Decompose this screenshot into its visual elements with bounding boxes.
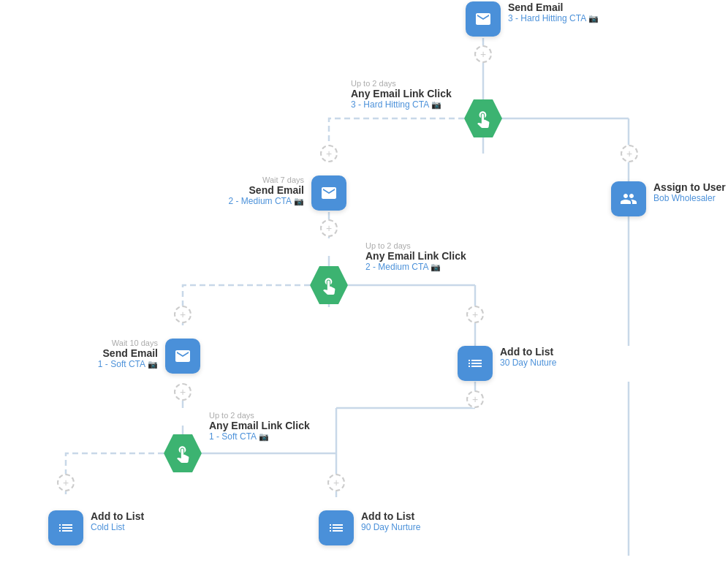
list-icon-2 xyxy=(57,519,75,537)
add-to-list-2-icon-box xyxy=(48,510,83,545)
add-to-list-3-icon-box xyxy=(319,510,354,545)
assign-user-icon xyxy=(620,190,637,208)
plus-connector-7[interactable]: + xyxy=(466,390,484,408)
add-to-list-3-label: Add to List 90 Day Nurture xyxy=(361,510,420,532)
email-icon xyxy=(474,10,492,28)
click-3-label: Up to 2 days Any Email Link Click 1 - So… xyxy=(209,411,310,442)
hand-click-icon-1 xyxy=(474,109,493,128)
add-to-list-2-label: Add to List Cold List xyxy=(91,510,144,532)
email-icon-2 xyxy=(320,184,338,202)
camera-icon-5: 📷 xyxy=(148,360,158,369)
send-email-3-node[interactable]: Wait 10 days Send Email 1 - Soft CTA 📷 xyxy=(165,339,200,374)
send-email-1-icon-box xyxy=(466,1,501,37)
assign-user-icon-box xyxy=(611,181,646,216)
camera-icon-6: 📷 xyxy=(259,432,269,442)
hand-click-icon-3 xyxy=(173,444,192,463)
send-email-1-node[interactable]: Send Email 3 - Hard Hitting CTA 📷 xyxy=(466,1,501,37)
list-icon-3 xyxy=(327,519,345,537)
plus-connector-2[interactable]: + xyxy=(320,145,338,162)
plus-connector-1[interactable]: + xyxy=(474,45,492,63)
camera-icon-4: 📷 xyxy=(431,262,441,272)
plus-connector-6[interactable]: + xyxy=(466,306,484,323)
add-to-list-3-node[interactable]: Add to List 90 Day Nurture xyxy=(319,510,354,545)
email-icon-3 xyxy=(174,347,192,365)
plus-connector-3[interactable]: + xyxy=(621,145,638,162)
click-1-label: Up to 2 days Any Email Link Click 3 - Ha… xyxy=(351,79,452,110)
assign-user-label: Assign to User Bob Wholesaler xyxy=(653,181,726,203)
click-2-label: Up to 2 days Any Email Link Click 2 - Me… xyxy=(365,241,466,272)
hand-click-icon-2 xyxy=(319,276,338,295)
plus-connector-8[interactable]: + xyxy=(174,383,192,401)
list-icon-1 xyxy=(466,355,484,372)
add-to-list-1-node[interactable]: Add to List 30 Day Nuture xyxy=(458,346,493,381)
plus-connector-4[interactable]: + xyxy=(320,219,338,237)
camera-icon-1: 📷 xyxy=(588,14,599,23)
camera-icon-3: 📷 xyxy=(294,197,304,206)
assign-user-node[interactable]: Assign to User Bob Wholesaler xyxy=(611,181,646,216)
camera-icon-2: 📷 xyxy=(431,100,441,110)
send-email-1-label: Send Email 3 - Hard Hitting CTA 📷 xyxy=(508,1,599,23)
send-email-2-label: Wait 7 days Send Email 2 - Medium CTA 📷 xyxy=(229,175,304,206)
send-email-2-node[interactable]: Wait 7 days Send Email 2 - Medium CTA 📷 xyxy=(311,175,346,211)
plus-connector-10[interactable]: + xyxy=(327,474,345,491)
send-email-2-icon-box xyxy=(311,175,346,211)
add-to-list-2-node[interactable]: Add to List Cold List xyxy=(48,510,83,545)
add-to-list-1-label: Add to List 30 Day Nuture xyxy=(500,346,556,368)
click-2-hex[interactable] xyxy=(310,266,348,304)
add-to-list-1-icon-box xyxy=(458,346,493,381)
click-1-hex[interactable] xyxy=(464,99,502,137)
send-email-3-label: Wait 10 days Send Email 1 - Soft CTA 📷 xyxy=(98,339,158,369)
click-3-hex[interactable] xyxy=(164,434,202,472)
send-email-3-icon-box xyxy=(165,339,200,374)
plus-connector-9[interactable]: + xyxy=(57,474,75,491)
plus-connector-5[interactable]: + xyxy=(174,306,192,323)
